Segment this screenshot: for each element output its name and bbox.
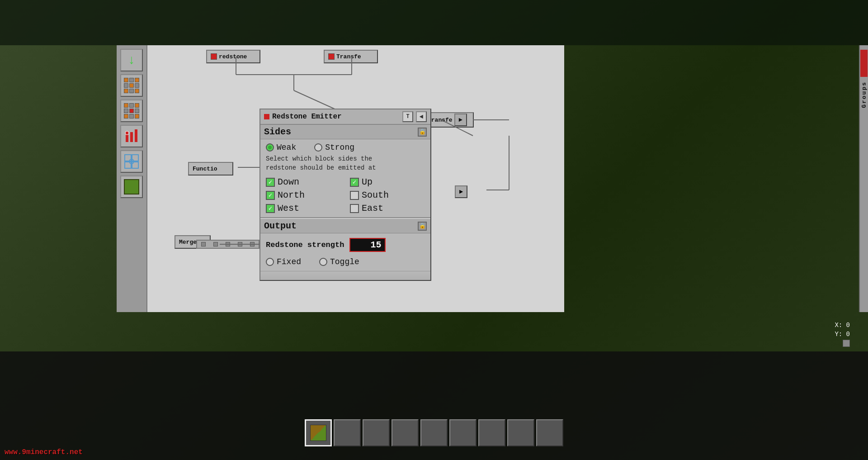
- groups-sidebar[interactable]: Groups: [859, 45, 868, 312]
- transfer-right-play-button[interactable]: ►: [454, 114, 467, 126]
- transfer-node-top[interactable]: Transfe: [324, 50, 378, 63]
- coord-icon: [843, 340, 850, 347]
- hotbar-slot-2[interactable]: [363, 419, 390, 446]
- emitter-arrow-button[interactable]: ◄: [416, 111, 427, 122]
- block-button[interactable]: [120, 175, 143, 198]
- grid3-icon: [124, 154, 139, 169]
- merge-node-label: Merge: [179, 239, 197, 246]
- right-play-button[interactable]: ►: [455, 185, 467, 198]
- fixed-radio[interactable]: Fixed: [266, 257, 301, 266]
- up-label: Up: [362, 177, 373, 187]
- function-node[interactable]: Functio: [188, 162, 233, 175]
- groups-scrollbar-thumb[interactable]: [860, 50, 868, 77]
- north-checkbox-box[interactable]: [266, 191, 275, 200]
- emitter-t-button[interactable]: T: [402, 111, 413, 122]
- toggle-radio-circle[interactable]: [319, 258, 327, 266]
- redstone-node-label: redstone: [219, 53, 247, 60]
- function-node-label: Functio: [193, 166, 217, 172]
- grid2-icon: [124, 103, 139, 119]
- strong-radio-circle[interactable]: [314, 143, 322, 152]
- emitter-red-icon: [264, 114, 269, 119]
- svg-rect-0: [126, 135, 128, 142]
- merge-dot-1: [201, 242, 206, 247]
- hotbar-slot-4[interactable]: [420, 419, 448, 446]
- sides-description: Select which block sides theredstone sho…: [266, 155, 425, 172]
- sides-lock-icon: 🔒: [419, 128, 426, 135]
- north-checkbox[interactable]: North: [266, 190, 341, 200]
- fixed-radio-circle[interactable]: [266, 258, 274, 266]
- panel-fade: [260, 271, 430, 280]
- hotbar-slot-8[interactable]: [536, 419, 563, 446]
- signal-icon: [124, 128, 139, 144]
- left-toolbar: ↓: [117, 45, 147, 312]
- strength-row: Redstone strength: [266, 238, 425, 252]
- down-checkbox[interactable]: Down: [266, 177, 341, 187]
- hotbar-slot-5[interactable]: [449, 419, 476, 446]
- south-checkbox-box[interactable]: [350, 191, 359, 200]
- transfer-top-connector: [328, 53, 335, 60]
- weak-radio-circle[interactable]: [266, 143, 274, 152]
- strength-label: Redstone strength: [266, 241, 344, 249]
- toggle-radio[interactable]: Toggle: [319, 257, 359, 266]
- output-body: Redstone strength Fixed Toggle: [260, 233, 430, 271]
- hotbar-slot-3[interactable]: [392, 419, 419, 446]
- grid2-button[interactable]: [120, 100, 143, 122]
- emitter-panel-header: Redstone Emitter T ◄: [260, 109, 430, 125]
- sides-lock-button[interactable]: 🔒: [418, 128, 427, 137]
- svg-point-3: [125, 131, 129, 135]
- transfer-right-arrow-icon: ►: [458, 116, 462, 123]
- west-checkbox[interactable]: West: [266, 203, 341, 213]
- south-label: South: [362, 190, 389, 200]
- grid3-button[interactable]: [120, 150, 143, 173]
- signal-button[interactable]: [120, 125, 143, 147]
- up-checkbox-box[interactable]: [350, 178, 359, 187]
- sides-title: Sides: [264, 127, 291, 137]
- weak-label: Weak: [277, 143, 296, 152]
- south-checkbox[interactable]: South: [350, 190, 425, 200]
- sides-section: Sides 🔒 Weak Strong: [260, 125, 430, 218]
- redstone-connector: [211, 53, 217, 60]
- hotbar-item-0: [310, 425, 326, 441]
- coordinates-display: X: 0 Y: 0: [835, 322, 850, 347]
- emitter-panel-title: Redstone Emitter: [272, 113, 400, 121]
- east-checkbox-box[interactable]: [350, 204, 359, 213]
- toggle-label: Toggle: [330, 257, 359, 266]
- transfer-top-label: Transfe: [336, 53, 361, 60]
- strength-input[interactable]: [349, 238, 386, 252]
- watermark: www.9minecraft.net: [5, 448, 83, 456]
- right-play-node[interactable]: ►: [455, 185, 467, 198]
- up-checkbox[interactable]: Up: [350, 177, 425, 187]
- weak-radio[interactable]: Weak: [266, 143, 296, 152]
- y-coordinate: Y: 0: [835, 331, 850, 338]
- right-play-icon: ►: [459, 188, 463, 195]
- grid1-icon: [124, 78, 139, 93]
- emitter-panel: Redstone Emitter T ◄ Sides 🔒: [259, 109, 431, 281]
- mode-row: Fixed Toggle: [266, 257, 425, 266]
- merge-dot-5: [250, 242, 255, 247]
- svg-rect-2: [135, 129, 137, 142]
- hotbar: [305, 419, 563, 446]
- merge-dot-2: [213, 242, 218, 247]
- signal-type-row: Weak Strong: [266, 143, 425, 152]
- east-checkbox[interactable]: East: [350, 203, 425, 213]
- grid1-button[interactable]: [120, 74, 143, 97]
- output-lock-button[interactable]: 🔒: [418, 222, 427, 231]
- west-checkbox-box[interactable]: [266, 204, 275, 213]
- down-arrow-button[interactable]: ↓: [120, 49, 143, 71]
- hotbar-slot-0[interactable]: [305, 419, 332, 446]
- hotbar-slot-6[interactable]: [478, 419, 505, 446]
- svg-rect-1: [130, 132, 133, 142]
- output-header: Output 🔒: [260, 218, 430, 233]
- redstone-node-top[interactable]: redstone: [206, 50, 260, 63]
- merge-connector-bar: [196, 240, 259, 249]
- bg-dark-overlay-top: [0, 0, 868, 45]
- strong-label: Strong: [325, 143, 354, 152]
- down-arrow-icon: ↓: [128, 53, 136, 67]
- strong-radio[interactable]: Strong: [314, 143, 354, 152]
- down-checkbox-box[interactable]: [266, 178, 275, 187]
- hotbar-slot-7[interactable]: [507, 419, 534, 446]
- hotbar-slot-1[interactable]: [334, 419, 361, 446]
- output-section: Output 🔒 Redstone strength Fixed: [260, 218, 430, 280]
- output-lock-icon: 🔒: [419, 223, 426, 229]
- canvas-area[interactable]: redstone Transfe Transfe ► Functio Merge…: [147, 45, 564, 312]
